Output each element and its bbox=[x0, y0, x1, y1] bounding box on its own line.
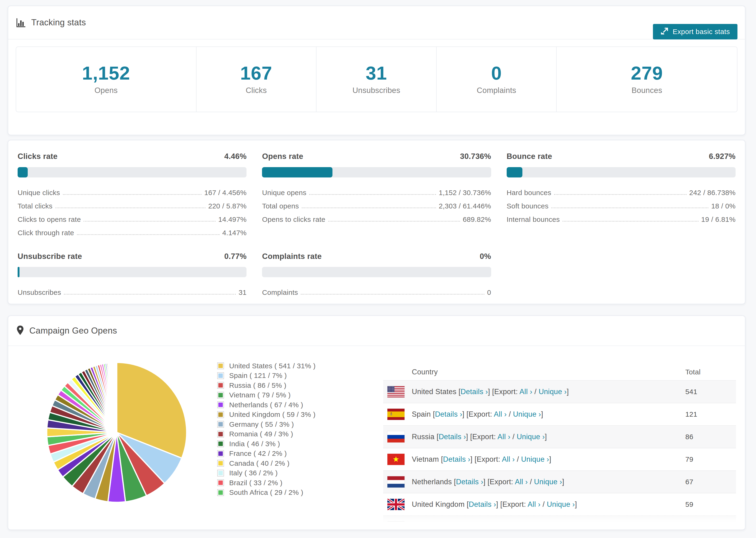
country-cell: Vietnam [Details ›] [Export: All › / Uni… bbox=[409, 455, 685, 463]
legend-swatch bbox=[217, 460, 224, 467]
details-link[interactable]: Details › bbox=[443, 455, 470, 463]
dotted-leader bbox=[77, 234, 220, 235]
export-unique-link[interactable]: Unique › bbox=[517, 433, 545, 441]
dotted-leader bbox=[309, 194, 436, 195]
summary-stat-clicks: 167Clicks bbox=[196, 47, 317, 112]
country-cell: United Kingdom [Details ›] [Export: All … bbox=[409, 500, 685, 509]
detail-label: Unique opens bbox=[262, 189, 306, 196]
rate-header: Bounce rate6.927% bbox=[507, 152, 735, 161]
export-all-link[interactable]: All › bbox=[519, 388, 532, 396]
details-link[interactable]: Details › bbox=[446, 523, 473, 530]
export-all-link[interactable]: All › bbox=[502, 455, 515, 463]
column-header-total: Total bbox=[685, 368, 736, 376]
legend-swatch bbox=[217, 411, 224, 418]
detail-value: 0 bbox=[487, 289, 491, 296]
rate-detail-row: Opens to clicks rate689.82% bbox=[262, 210, 491, 223]
legend-item-india: India ( 46 / 3% ) bbox=[217, 439, 315, 449]
detail-value: 2,303 / 61.446% bbox=[439, 202, 491, 210]
export-icon bbox=[661, 27, 669, 37]
detail-value: 220 / 5.87% bbox=[208, 202, 246, 210]
total-cell: 121 bbox=[685, 410, 736, 418]
column-header-country: Country bbox=[409, 368, 685, 376]
legend-item-romania: Romania ( 49 / 3% ) bbox=[217, 429, 315, 439]
dotted-leader bbox=[55, 207, 205, 208]
table-row-netherlands: Netherlands [Details ›] [Export: All › /… bbox=[383, 470, 736, 493]
detail-value: 14.497% bbox=[218, 215, 247, 223]
legend-label: United States ( 541 / 31% ) bbox=[229, 362, 315, 370]
export-all-link[interactable]: All › bbox=[498, 433, 511, 441]
details-link[interactable]: Details › bbox=[435, 410, 462, 418]
details-link[interactable]: Details › bbox=[469, 500, 496, 509]
rate-block-complaints-rate: Complaints rate0%Complaints0 bbox=[262, 252, 491, 296]
rate-detail-row: Clicks to opens rate14.497% bbox=[18, 210, 246, 223]
flag-cell bbox=[383, 409, 409, 420]
rate-progress-track bbox=[507, 167, 735, 178]
legend-label: Netherlands ( 67 / 4% ) bbox=[229, 401, 303, 409]
flag-icon-de bbox=[387, 521, 405, 530]
detail-value: 242 / 86.738% bbox=[689, 189, 735, 196]
legend-swatch bbox=[217, 402, 224, 408]
campaign-stats-page: { "colors": { "accent": "#19809e", "acce… bbox=[0, 0, 756, 538]
rate-progress-track bbox=[18, 167, 246, 178]
legend-swatch bbox=[217, 479, 224, 486]
page-title: Tracking stats bbox=[31, 18, 86, 27]
export-unique-link[interactable]: Unique › bbox=[521, 455, 549, 463]
export-unique-link[interactable]: Unique › bbox=[539, 388, 567, 396]
summary-stat-unsubscribes: 31Unsubscribes bbox=[316, 47, 437, 112]
export-all-link[interactable]: All › bbox=[515, 478, 528, 486]
rate-detail-row: Click through rate4.147% bbox=[18, 223, 246, 237]
country-cell: Germany [Details ›] [Export: All › / Uni… bbox=[409, 523, 685, 530]
country-name: United Kingdom [ bbox=[412, 500, 469, 509]
details-link[interactable]: Details › bbox=[439, 433, 466, 441]
rate-detail-row: Total clicks220 / 5.87% bbox=[18, 196, 246, 210]
dotted-leader bbox=[302, 207, 436, 208]
legend-swatch bbox=[217, 421, 224, 428]
rate-value: 4.46% bbox=[224, 152, 246, 161]
detail-label: Soft bounces bbox=[507, 202, 549, 210]
stat-value: 31 bbox=[366, 64, 387, 82]
geo-opens-title: Campaign Geo Opens bbox=[29, 326, 117, 336]
total-cell: 541 bbox=[685, 388, 736, 396]
total-cell: 55 bbox=[685, 523, 736, 530]
legend-item-united-kingdom: United Kingdom ( 59 / 3% ) bbox=[217, 410, 315, 420]
details-link[interactable]: Details › bbox=[456, 478, 483, 486]
rate-progress-fill bbox=[18, 267, 20, 277]
export-all-link[interactable]: All › bbox=[494, 410, 507, 418]
legend-label: Germany ( 55 / 3% ) bbox=[229, 420, 294, 428]
detail-label: Unique clicks bbox=[18, 189, 60, 196]
detail-value: 31 bbox=[239, 289, 246, 296]
country-name: Germany [ bbox=[412, 523, 446, 530]
tracking-stats-card: Tracking stats Export basic stats 1,152O… bbox=[8, 6, 745, 135]
rate-detail-rows: Unsubscribes31 bbox=[18, 283, 246, 296]
stat-value: 1,152 bbox=[82, 64, 130, 82]
legend-label: France ( 42 / 2% ) bbox=[229, 450, 287, 457]
table-row-russia: Russia [Details ›] [Export: All › / Uniq… bbox=[383, 425, 736, 448]
legend-swatch bbox=[217, 450, 224, 457]
export-unique-link[interactable]: Unique › bbox=[547, 500, 575, 509]
geo-table-header: Country Total bbox=[383, 364, 736, 380]
legend-item-canada: Canada ( 40 / 2% ) bbox=[217, 458, 315, 468]
table-row-united-kingdom: United Kingdom [Details ›] [Export: All … bbox=[383, 493, 736, 515]
dotted-leader bbox=[554, 194, 686, 195]
legend-label: Italy ( 36 / 2% ) bbox=[229, 469, 278, 477]
rate-header: Complaints rate0% bbox=[262, 252, 491, 261]
flag-icon-gb bbox=[387, 499, 405, 510]
details-link[interactable]: Details › bbox=[460, 388, 488, 396]
country-name: United States [ bbox=[412, 388, 460, 396]
export-unique-link[interactable]: Unique › bbox=[534, 478, 562, 486]
export-unique-link[interactable]: Unique › bbox=[524, 523, 553, 530]
detail-value: 18 / 0% bbox=[711, 202, 735, 210]
export-unique-link[interactable]: Unique › bbox=[513, 410, 541, 418]
rate-value: 0% bbox=[480, 252, 491, 261]
rate-title: Clicks rate bbox=[18, 152, 58, 161]
export-basic-stats-button[interactable]: Export basic stats bbox=[653, 24, 737, 39]
campaign-geo-opens-card: Campaign Geo Opens United States ( 541 /… bbox=[8, 315, 745, 530]
legend-item-spain: Spain ( 121 / 7% ) bbox=[217, 371, 315, 381]
export-all-link[interactable]: All › bbox=[505, 523, 518, 530]
detail-label: Clicks to opens rate bbox=[18, 215, 81, 223]
tracking-stats-header: Tracking stats Export basic stats bbox=[8, 6, 745, 39]
export-all-link[interactable]: All › bbox=[527, 500, 540, 509]
pie-slice-other[interactable] bbox=[117, 362, 117, 432]
stat-label: Unsubscribes bbox=[352, 86, 400, 95]
legend-swatch bbox=[217, 382, 224, 389]
